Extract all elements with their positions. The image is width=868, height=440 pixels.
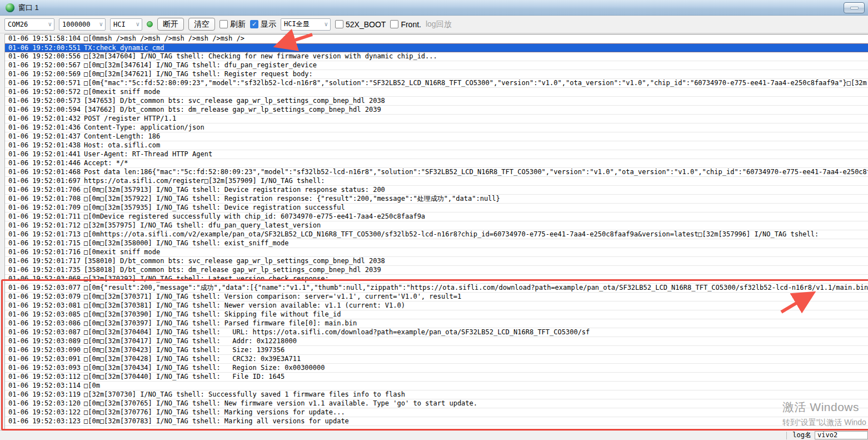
log-row[interactable]: 01-06 19:52:01:716□[0mexit sniff mode — [5, 248, 868, 257]
statusbar-divider — [786, 432, 787, 439]
52x-boot-checkbox[interactable]: 52X_BOOT — [335, 20, 386, 29]
log-message: [358018] D/bt_common bts: dm_release gap… — [84, 266, 381, 274]
log-message: Host: ota.sifli.com — [84, 141, 160, 149]
log-row[interactable]: 01-06 19:52:00:567□[0m□[32m[347614] I/NO… — [5, 61, 868, 70]
log-row[interactable]: 01-06 19:52:00:556□[32m[347604] I/NO_TAG… — [5, 52, 868, 61]
front-checkbox[interactable]: Front. — [390, 20, 421, 29]
log-message: https://ota.sifli.com/register□[32m[3579… — [84, 177, 325, 185]
log-row[interactable]: 01-06 19:52:01:468Post data len:186{"mac… — [5, 168, 868, 177]
log-row[interactable]: 01-06 19:52:03:079□[0m□[32m[370371] I/NO… — [5, 293, 868, 301]
hci-display-select[interactable]: HCI全显 ∨ — [281, 18, 331, 31]
log-row[interactable]: 01-06 19:52:01:735[358018] D/bt_common b… — [5, 266, 868, 275]
log-row[interactable]: 01-06 19:52:00:572□[0mexit sniff mode — [5, 88, 868, 97]
log-row[interactable]: 01-06 19:52:03:093□[0m□[32m[370434] I/NO… — [5, 364, 868, 373]
log-timestamp: 01-06 19:52:01:432 — [8, 115, 84, 123]
log-row[interactable]: 01-06 19:52:00:569□[0m□[32m[347621] I/NO… — [5, 70, 868, 79]
protocol-value: HCI — [113, 21, 126, 28]
log-timestamp: 01-06 19:52:03:093 — [8, 364, 84, 372]
log-message: □[0m□[32m[370765] I/NO_TAG tshell: New f… — [84, 399, 477, 407]
clear-button[interactable]: 清空 — [188, 18, 215, 31]
log-row[interactable]: 01-06 19:52:01:712□[32m[357975] I/NO_TAG… — [5, 221, 868, 230]
log-row[interactable]: 01-06 19:52:01:715□[0m□[32m[358000] I/NO… — [5, 239, 868, 248]
log-row[interactable]: 01-06 19:51:58:104□[0mmsh />msh />msh />… — [5, 34, 868, 43]
log-row[interactable]: 01-06 19:52:01:697https://ota.sifli.com/… — [5, 177, 868, 186]
log-row[interactable]: 01-06 19:52:01:432POST /register HTTP/1.… — [5, 115, 868, 123]
chevron-down-icon: ∨ — [324, 21, 328, 28]
log-name-field[interactable]: vivo2 — [815, 431, 868, 439]
hci-display-value: HCI全显 — [284, 19, 310, 29]
log-row[interactable]: 01-06 19:52:00:594[347662] D/bt_common b… — [5, 106, 868, 115]
log-timestamp: 01-06 19:52:03:123 — [8, 417, 84, 426]
log-message: □[0m□[32m[357935] I/NO_TAG tshell: Devic… — [84, 204, 345, 211]
baud-rate-select[interactable]: 1000000 ∨ — [59, 18, 106, 31]
log-row[interactable]: 01-06 19:52:01:713□[0mhttps://ota.sifli.… — [5, 230, 868, 239]
log-row[interactable]: 01-06 19:52:03:090□[0m□[32m[370423] I/NO… — [5, 346, 868, 355]
log-row[interactable]: 01-06 19:52:01:437Content-Length: 186 — [5, 132, 868, 141]
log-row[interactable]: 01-06 19:52:03:081□[0m□[32m[370381] I/NO… — [5, 301, 868, 310]
log-timestamp: 01-06 19:52:03:077 — [8, 284, 84, 292]
log-row[interactable]: 01-06 19:52:01:441User-Agent: RT-Thread … — [5, 150, 868, 159]
log-row[interactable]: 01-06 19:52:03:089□[0m□[32m[370417] I/NO… — [5, 337, 868, 346]
log-row[interactable]: 01-06 19:52:01:711□[0mDevice registered … — [5, 212, 868, 221]
log-row[interactable]: 01-06 19:52:01:706□[0m□[32m[357913] I/NO… — [5, 186, 868, 195]
log-replay-button[interactable]: log回放 — [426, 19, 452, 29]
protocol-select[interactable]: HCI ∨ — [110, 18, 142, 31]
display-checkbox[interactable]: 显示 — [250, 19, 276, 29]
log-message: □[0mhttps://ota.sifli.com/v2/example/pan… — [84, 230, 819, 238]
log-timestamp: 01-06 19:52:03:081 — [8, 301, 84, 310]
log-message: □[0mexit sniff mode — [84, 88, 160, 96]
log-row[interactable]: 01-06 19:52:03:114□[0m — [5, 382, 868, 390]
log-panel[interactable]: 01-06 19:51:58:104□[0mmsh />msh />msh />… — [4, 34, 868, 429]
log-message: □[0m□[32m[370390] I/NO_TAG tshell: Skipp… — [84, 310, 341, 318]
log-row[interactable]: 01-06 19:52:03:087□[0m□[32m[370404] I/NO… — [5, 328, 868, 337]
log-row[interactable]: 01-06 19:52:03:122□[0m□[32m[370776] I/NO… — [5, 408, 868, 417]
log-row[interactable]: 01-06 19:52:01:436Content-Type: applicat… — [5, 123, 868, 132]
log-timestamp: 01-06 19:52:00:569 — [8, 70, 84, 78]
disconnect-button[interactable]: 断开 — [157, 18, 184, 31]
log-row[interactable]: 01-06 19:52:03:119□[32m[370730] I/NO_TAG… — [5, 390, 868, 399]
log-timestamp: 01-06 19:52:03:122 — [8, 408, 84, 417]
log-row[interactable]: 01-06 19:52:01:709□[0m□[32m[357935] I/NO… — [5, 204, 868, 212]
log-row[interactable]: 01-06 19:52:03:086□[0m□[32m[370397] I/NO… — [5, 319, 868, 328]
log-timestamp: 01-06 19:52:01:697 — [8, 177, 84, 185]
minimize-button[interactable] — [844, 2, 865, 13]
log-row[interactable]: 01-06 19:52:00:571□[0m{"mac":"5c:fd:52:8… — [5, 79, 868, 88]
log-message: □[0m□[32m[370440] I/NO_TAG tshell: File … — [84, 373, 285, 380]
disconnect-label: 断开 — [163, 19, 178, 29]
toolbar: COM26 ∨ 1000000 ∨ HCI ∨ 断开 清空 刷新 显示 HCI全… — [0, 16, 868, 33]
log-message: User-Agent: RT-Thread HTTP Agent — [84, 150, 212, 158]
log-timestamp: 01-06 19:52:00:551 — [8, 44, 84, 52]
log-row[interactable]: 01-06 19:52:01:446Accept: */* — [5, 159, 868, 168]
log-timestamp: 01-06 19:52:03:086 — [8, 319, 84, 328]
log-row[interactable]: 01-06 19:52:01:438Host: ota.sifli.com — [5, 141, 868, 150]
log-timestamp: 01-06 19:52:01:716 — [8, 248, 84, 256]
52x-boot-label: 52X_BOOT — [346, 20, 386, 29]
log-row[interactable]: 01-06 19:52:03:068□[32m[370292] I/NO_TAG… — [5, 275, 868, 284]
log-row[interactable]: 01-06 19:52:03:077□[0m{"result":200,"mes… — [5, 284, 868, 293]
log-row[interactable]: 01-06 19:52:03:091□[0m□[32m[370428] I/NO… — [5, 355, 868, 364]
refresh-checkbox[interactable]: 刷新 — [220, 19, 246, 29]
log-row[interactable]: 01-06 19:52:00:551TX:check_dynamic_cmd — [5, 43, 868, 52]
log-row[interactable]: 01-06 19:52:01:717[358010] D/bt_common b… — [5, 257, 868, 266]
log-row[interactable]: 01-06 19:52:03:085□[0m□[32m[370390] I/NO… — [5, 310, 868, 319]
log-message: □[0m□[32m[347614] I/NO_TAG tshell: dfu_p… — [84, 61, 317, 69]
log-message: □[32m[370730] I/NO_TAG tshell: Successfu… — [84, 390, 405, 398]
log-timestamp: 01-06 19:52:01:715 — [8, 239, 84, 248]
log-row[interactable]: 01-06 19:52:03:123□[0m□[32m[370783] I/NO… — [5, 417, 868, 426]
log-timestamp: 01-06 19:52:01:713 — [8, 230, 84, 239]
log-message: □[0m□[32m[357922] I/NO_TAG tshell: Regis… — [84, 195, 500, 202]
chevron-down-icon: ∨ — [136, 21, 139, 28]
log-row[interactable]: 01-06 19:52:00:573[347653] D/bt_common b… — [5, 97, 868, 106]
log-timestamp: 01-06 19:52:01:437 — [8, 132, 84, 141]
com-port-select[interactable]: COM26 ∨ — [4, 18, 54, 31]
log-row[interactable]: 01-06 19:52:03:120□[0m□[32m[370765] I/NO… — [5, 399, 868, 408]
checkbox-unchecked-icon — [220, 20, 228, 28]
log-message: Accept: */* — [84, 159, 128, 167]
log-row[interactable]: 01-06 19:52:03:112□[0m□[32m[370440] I/NO… — [5, 373, 868, 382]
log-message: □[0m□[32m[370423] I/NO_TAG tshell: Size:… — [84, 346, 285, 354]
log-message: □[0m□[32m[370397] I/NO_TAG tshell: Parse… — [84, 319, 357, 327]
log-message: □[0m□[32m[370417] I/NO_TAG tshell: Addr:… — [84, 337, 297, 345]
log-message: □[0m{"mac":"5c:fd:52:80:09:23","model":"… — [84, 79, 868, 87]
log-row[interactable]: 01-06 19:52:01:708□[0m□[32m[357922] I/NO… — [5, 195, 868, 204]
title-bar: 窗口 1 — [0, 0, 868, 16]
